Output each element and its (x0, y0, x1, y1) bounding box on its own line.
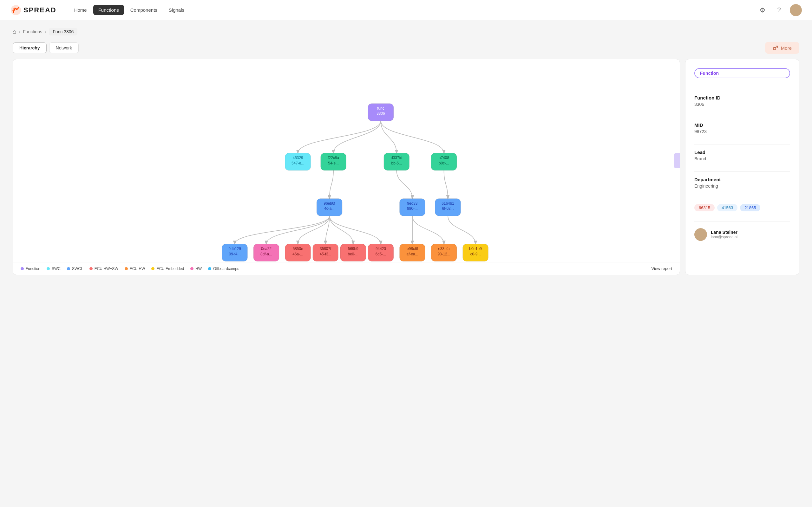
graph-node-n2: f22c8a54-e... (321, 153, 346, 170)
svg-text:3306: 3306 (376, 111, 385, 116)
field-department: Department Engineering (694, 177, 790, 188)
legend-dot-ecu-hw (125, 267, 128, 270)
svg-text:c0-9...: c0-9... (470, 252, 481, 257)
legend-label-hw: HW (195, 267, 202, 271)
svg-text:54-e...: 54-e... (328, 161, 339, 165)
legend-dot-swc (47, 267, 50, 270)
legend-offboard: Offboardcomps (208, 267, 239, 271)
svg-point-54 (698, 230, 704, 236)
help-button[interactable]: ? (773, 4, 785, 16)
graph-node-l5: 569b9be0-... (340, 244, 366, 262)
legend-label-ecu-embedded: ECU Embedded (156, 267, 184, 271)
svg-text:6d5-...: 6d5-... (375, 252, 386, 257)
svg-text:5850e: 5850e (293, 246, 303, 251)
breadcrumb: ⌂ › Functions › Func 3306 (0, 20, 812, 39)
svg-text:45-f3...: 45-f3... (320, 252, 332, 257)
breadcrumb-sep-2: › (45, 29, 46, 35)
tab-network[interactable]: Network (49, 43, 79, 53)
svg-text:4c-a...: 4c-a... (324, 206, 335, 211)
svg-text:a7408: a7408 (439, 156, 449, 160)
field-value-mid: 98723 (694, 129, 790, 134)
tag-21865[interactable]: 21865 (740, 204, 760, 211)
graph-node-l3: 5850e46a-... (285, 244, 311, 262)
graph-canvas[interactable]: func330645329547-e...f22c8a54-e...d337fd… (13, 59, 680, 262)
nav-actions: ⚙ ? (757, 4, 802, 16)
field-value-department: Engineering (694, 183, 790, 188)
logo-icon (10, 4, 21, 16)
main-content: func330645329547-e...f22c8a54-e...d337fd… (0, 59, 812, 288)
graph-node-l4: 35807f45-f3... (313, 244, 339, 262)
legend-dot-function (20, 267, 24, 270)
sidebar: Function Function ID 3306 MID 98723 Lead… (685, 59, 799, 275)
divider-4 (694, 171, 790, 172)
svg-text:e98c6f: e98c6f (407, 246, 418, 251)
legend-dot-ecu-embedded (151, 267, 154, 270)
user-avatar-sidebar (694, 228, 707, 241)
tab-group: Hierarchy Network (13, 43, 79, 53)
tag-66315[interactable]: 66315 (694, 204, 715, 211)
graph-panel: func330645329547-e...f22c8a54-e...d337fd… (13, 59, 680, 275)
breadcrumb-home[interactable]: ⌂ (13, 29, 16, 35)
graph-node-func3306: func3306 (368, 104, 394, 121)
legend-label-offboard: Offboardcomps (213, 267, 239, 271)
nav-home[interactable]: Home (69, 5, 92, 15)
settings-button[interactable]: ⚙ (757, 4, 768, 16)
svg-text:09-f4...: 09-f4... (229, 252, 241, 257)
field-label-function-id: Function ID (694, 95, 790, 101)
nav-components[interactable]: Components (125, 5, 162, 15)
legend-dot-swcl (67, 267, 70, 270)
svg-text:61b4b1: 61b4b1 (442, 201, 454, 206)
user-name: Lana Steiner (711, 230, 738, 235)
view-tabs-bar: Hierarchy Network More (0, 39, 812, 59)
graph-node-l1: 9db12909-f4... (222, 244, 248, 262)
breadcrumb-functions[interactable]: Functions (23, 29, 42, 34)
svg-text:e33bfa: e33bfa (438, 246, 450, 251)
graph-node-n4: a7408b0c-... (431, 153, 457, 170)
legend-dot-hw (190, 267, 194, 270)
user-avatar-image (694, 228, 707, 241)
legend-swcl: SWCL (67, 267, 83, 271)
graph-node-l2: 0ea228df-a... (253, 244, 279, 262)
user-info: Lana Steiner lana@spread.ai (711, 230, 738, 239)
divider-3 (694, 144, 790, 145)
svg-text:be0-...: be0-... (348, 252, 359, 257)
svg-text:35807f: 35807f (320, 246, 332, 251)
svg-text:d337fd: d337fd (391, 156, 402, 160)
svg-point-1 (793, 6, 798, 11)
legend-hw: HW (190, 267, 202, 271)
graph-node-l6: 944206d5-... (368, 244, 394, 262)
divider-1 (694, 90, 790, 90)
graph-node-n1: 45329547-e... (285, 153, 311, 170)
svg-text:9ed33: 9ed33 (407, 201, 418, 206)
nav-functions[interactable]: Functions (93, 5, 124, 15)
breadcrumb-sep-1: › (19, 29, 20, 35)
external-link-icon (773, 45, 778, 51)
more-button[interactable]: More (765, 42, 799, 54)
nav-signals[interactable]: Signals (164, 5, 189, 15)
graph-node-n3: d337fdbb-5... (384, 153, 409, 170)
legend-function: Function (20, 267, 40, 271)
svg-text:af-ea...: af-ea... (407, 252, 418, 257)
legend-ecu-embedded: ECU Embedded (151, 267, 184, 271)
field-value-lead: Brand (694, 156, 790, 161)
svg-text:569b9: 569b9 (348, 246, 358, 251)
svg-point-2 (792, 12, 800, 16)
legend-label-ecu-hwsw: ECU HW+SW (95, 267, 118, 271)
view-report-button[interactable]: View report (651, 266, 672, 271)
user-avatar[interactable] (790, 4, 802, 16)
tab-hierarchy[interactable]: Hierarchy (13, 43, 47, 53)
graph-svg: func330645329547-e...f22c8a54-e...d337fd… (13, 59, 680, 262)
logo[interactable]: SPREAD (10, 4, 56, 16)
tag-41563[interactable]: 41563 (717, 204, 738, 211)
svg-text:func: func (377, 106, 384, 111)
legend-label-ecu-hw: ECU HW (130, 267, 145, 271)
svg-text:f22c8a: f22c8a (328, 156, 339, 160)
svg-text:547-e...: 547-e... (292, 161, 304, 165)
field-mid: MID 98723 (694, 122, 790, 134)
svg-text:9db129: 9db129 (229, 246, 241, 251)
field-label-mid: MID (694, 122, 790, 128)
legend-dot-ecu-hwsw (90, 267, 93, 270)
sidebar-badge: Function (694, 68, 790, 78)
nav-links: Home Functions Components Signals (69, 5, 757, 15)
field-lead: Lead Brand (694, 150, 790, 161)
